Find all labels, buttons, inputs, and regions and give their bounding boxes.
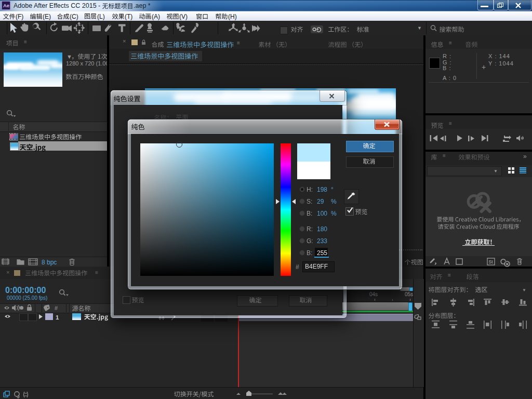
svg-text:St: St bbox=[489, 259, 494, 264]
svg-text:#: # bbox=[55, 305, 58, 311]
svg-text:1: 1 bbox=[56, 314, 59, 321]
